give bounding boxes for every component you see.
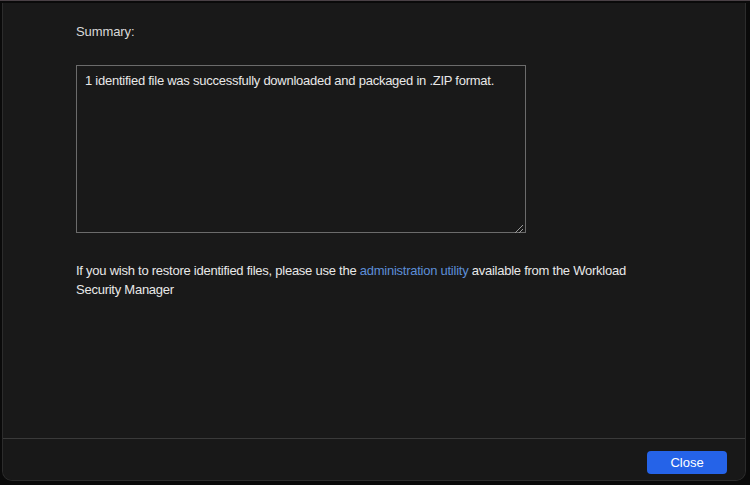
summary-textarea[interactable]: 1 identified file was successfully downl… xyxy=(76,65,526,233)
page-background: Summary: 1 identified file was successfu… xyxy=(0,0,750,485)
summary-label: Summary: xyxy=(76,24,134,39)
restore-note-line2: Security Manager xyxy=(76,282,174,297)
window-top-edge xyxy=(0,0,750,1)
restore-note-text-before: If you wish to restore identified files,… xyxy=(76,263,360,278)
administration-utility-link[interactable]: administration utility xyxy=(360,263,469,278)
close-button[interactable]: Close xyxy=(647,451,727,474)
restore-note: If you wish to restore identified files,… xyxy=(76,261,716,299)
restore-note-text-after: available from the Workload xyxy=(468,263,626,278)
dialog-footer: Close xyxy=(3,438,745,480)
summary-dialog: Summary: 1 identified file was successfu… xyxy=(2,3,746,481)
